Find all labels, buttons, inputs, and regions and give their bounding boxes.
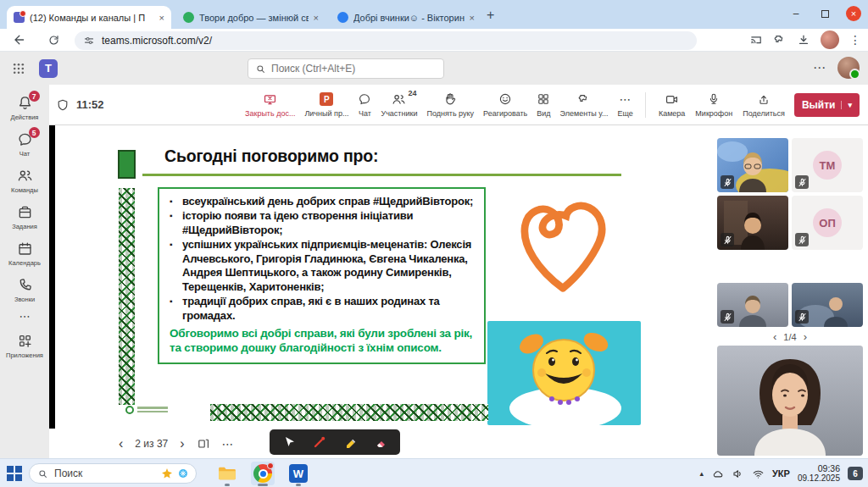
leave-options-chevron[interactable]: ▾: [841, 101, 852, 109]
laser-pointer-icon[interactable]: [313, 435, 326, 449]
powerpoint-icon: P: [320, 92, 333, 106]
bullet-text: історію появи та ідею створення ініціати…: [182, 209, 476, 238]
shield-icon[interactable]: [56, 98, 70, 112]
sidebar-item-calls[interactable]: Звонки: [0, 272, 49, 308]
ornament-border-bottom: [210, 404, 488, 421]
taskbar-search-label: Поиск: [54, 468, 82, 479]
view-button[interactable]: Вид: [536, 91, 551, 119]
word-icon: W: [289, 464, 308, 483]
participant-initials-tile[interactable]: ОП: [792, 196, 863, 250]
sidebar-item-assignments[interactable]: Задания: [0, 199, 49, 235]
browser-tab-3[interactable]: Добрі вчинки☺ - Вікторина ×: [331, 6, 481, 29]
stop-sharing-button[interactable]: Закрыть дос...: [244, 91, 296, 119]
new-tab-button[interactable]: +: [487, 8, 494, 23]
sidebar-more-button[interactable]: ⋯: [19, 308, 31, 328]
site-favicon: [183, 12, 194, 23]
toolbar-divider: [645, 92, 646, 118]
prev-slide-button[interactable]: ‹: [119, 436, 123, 451]
eraser-icon[interactable]: [373, 435, 387, 449]
omnibox[interactable]: teams.microsoft.com/v2/: [75, 31, 697, 50]
onedrive-icon[interactable]: [711, 468, 724, 480]
share-icon: [757, 92, 771, 107]
participant-initials-tile[interactable]: ТМ: [792, 138, 863, 192]
teams-sidebar: 7 Действия 5 Чат Команды Задания Календа…: [0, 85, 49, 458]
pointer-tool-icon[interactable]: [283, 435, 297, 449]
bullet-text: всеукраїнський день добрих справ #Щедрий…: [182, 195, 473, 209]
notification-count-badge[interactable]: 6: [848, 467, 863, 480]
window-minimize-button[interactable]: –: [788, 6, 804, 21]
people-icon: 24: [392, 92, 406, 107]
browser-menu-button[interactable]: ⋮: [849, 33, 861, 47]
browser-tab-2[interactable]: Твори добро — змінюй світ н ×: [176, 6, 326, 29]
chrome-button[interactable]: [251, 462, 275, 485]
meeting-chat-button[interactable]: Чат: [357, 91, 372, 119]
bullet-icon: ▪: [170, 209, 182, 238]
participant-video-tile-large[interactable]: [717, 346, 863, 456]
network-icon[interactable]: [752, 468, 765, 480]
mic-icon: [707, 92, 721, 107]
browser-tab-teams[interactable]: (12) Команды и каналы | П ×: [7, 6, 171, 29]
sidebar-item-teams[interactable]: Команды: [0, 163, 49, 199]
bullet-text: традиції добрих справ, які є в наших род…: [182, 295, 476, 324]
leave-button[interactable]: Выйти ▾: [794, 93, 860, 117]
share-button[interactable]: Поделиться: [742, 91, 786, 119]
search-input[interactable]: [271, 63, 437, 75]
meeting-controls-center: Закрыть дос... P Личный пр... Чат 24 Уча…: [244, 91, 634, 119]
word-button[interactable]: W: [287, 462, 310, 485]
back-button[interactable]: [12, 33, 25, 47]
taskbar-search[interactable]: Поиск: [29, 463, 197, 484]
participants-panel: ТМ ОП: [712, 125, 868, 458]
window-maximize-button[interactable]: [817, 6, 832, 21]
window-close-button[interactable]: ×: [846, 6, 861, 21]
participants-next-button[interactable]: ›: [804, 330, 807, 343]
tab-close-icon[interactable]: ×: [314, 13, 319, 23]
app-launcher-icon[interactable]: [12, 62, 25, 75]
sidebar-item-chat[interactable]: 5 Чат: [0, 126, 49, 163]
sidebar-item-activity[interactable]: 7 Действия: [0, 90, 49, 126]
cast-icon[interactable]: [749, 33, 763, 47]
private-view-button[interactable]: P Личный пр...: [303, 91, 349, 119]
next-slide-button[interactable]: ›: [180, 436, 184, 451]
extensions-icon[interactable]: [773, 33, 787, 47]
teams-profile-avatar[interactable]: [837, 57, 860, 79]
search-icon: [37, 468, 48, 479]
slide-thumbnails-button[interactable]: [197, 437, 210, 451]
participant-video-tile[interactable]: [717, 196, 788, 250]
start-button[interactable]: [7, 466, 22, 481]
download-icon[interactable]: [797, 33, 810, 47]
participants-button[interactable]: 24 Участники: [380, 91, 418, 119]
teams-search-box[interactable]: [248, 58, 444, 79]
site-info-icon[interactable]: [83, 35, 95, 47]
meeting-more-button[interactable]: ⋯ Еще: [616, 91, 633, 119]
participant-video-tile[interactable]: [792, 283, 863, 327]
mic-muted-icon: [721, 310, 734, 324]
meeting-apps-button[interactable]: Элементы у...: [559, 91, 609, 119]
smiley-icon: [498, 92, 512, 107]
language-indicator[interactable]: УКР: [772, 468, 790, 479]
tab-close-icon[interactable]: ×: [159, 13, 164, 23]
hand-icon: [443, 92, 457, 107]
refresh-button[interactable]: [47, 34, 60, 47]
clock-date: 09.12.2025: [798, 473, 840, 484]
volume-icon[interactable]: [732, 468, 744, 480]
tray-expand-button[interactable]: ▴: [700, 469, 704, 478]
sidebar-item-apps[interactable]: Приложения: [0, 328, 49, 364]
deck-more-button[interactable]: ⋯: [222, 437, 234, 451]
highlighter-icon[interactable]: [343, 435, 357, 449]
browser-profile-avatar[interactable]: [821, 30, 839, 49]
file-explorer-button[interactable]: [215, 462, 239, 485]
mic-button[interactable]: Микрофон: [694, 91, 733, 119]
chat-badge: 5: [29, 127, 40, 138]
participant-video-tile[interactable]: [717, 138, 788, 192]
participant-video-tile[interactable]: [717, 283, 788, 327]
participants-prev-button[interactable]: ‹: [773, 330, 776, 343]
camera-button[interactable]: Камера: [658, 91, 686, 119]
sidebar-item-calendar[interactable]: Календарь: [0, 235, 49, 272]
weather-icon: [178, 468, 188, 479]
taskbar-clock[interactable]: 09:36 09.12.2025: [798, 463, 840, 484]
react-button[interactable]: Реагировать: [482, 91, 528, 119]
tab-close-icon[interactable]: ×: [470, 13, 475, 23]
header-more-button[interactable]: ⋯: [813, 60, 826, 75]
slide-topic-box: ▪всеукраїнський день добрих справ #Щедри…: [158, 187, 486, 364]
raise-hand-button[interactable]: Поднять руку: [426, 91, 475, 119]
